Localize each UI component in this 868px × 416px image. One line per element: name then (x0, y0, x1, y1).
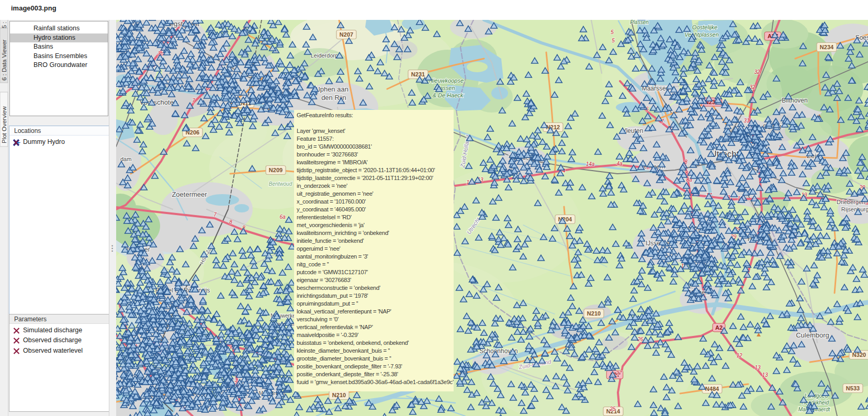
svg-text:Culemborg: Culemborg (796, 331, 829, 339)
svg-text:Nieuwkoopse: Nieuwkoopse (429, 77, 464, 84)
svg-text:25: 25 (609, 406, 616, 412)
svg-text:6a: 6a (279, 214, 286, 220)
svg-text:N210: N210 (587, 310, 601, 317)
svg-text:dam: dam (120, 156, 131, 162)
svg-text:N207: N207 (340, 31, 353, 38)
svg-text:N231: N231 (411, 71, 425, 77)
svg-text:Plot Overview: Plot Overview (1, 106, 7, 143)
svg-text:7: 7 (192, 98, 195, 104)
svg-text:Rijsenburg: Rijsenburg (841, 206, 868, 212)
svg-text:5 : F: 5 : F (1, 20, 7, 28)
svg-text:13: 13 (762, 372, 768, 378)
svg-text:32: 32 (754, 69, 760, 75)
svg-text:N210: N210 (332, 392, 346, 398)
svg-text:N209: N209 (269, 167, 283, 173)
svg-text:7: 7 (213, 212, 217, 218)
svg-text:Vechtplassen: Vechtplassen (684, 31, 719, 38)
svg-text:N212: N212 (546, 124, 560, 130)
svg-text:8: 8 (229, 219, 232, 225)
svg-text:5: 5 (612, 38, 615, 43)
svg-text:Plassen: Plassen (630, 20, 649, 25)
svg-text:Leiderdorp: Leiderdorp (311, 52, 339, 59)
svg-text:12: 12 (736, 353, 742, 358)
svg-text:N533: N533 (846, 385, 860, 391)
svg-text:Alphen aan: Alphen aan (314, 85, 348, 93)
svg-text:5: 5 (611, 29, 614, 35)
svg-text:N484: N484 (705, 386, 719, 392)
svg-text:13: 13 (754, 365, 761, 370)
svg-text:14a: 14a (586, 161, 595, 167)
svg-text:A2: A2 (715, 324, 723, 331)
svg-text:Oostelijke: Oostelijke (692, 24, 717, 30)
svg-text:N234: N234 (820, 44, 834, 50)
svg-text:Zoetermeer: Zoetermeer (172, 190, 207, 198)
svg-text:6 : Data Viewer: 6 : Data Viewer (1, 39, 7, 81)
svg-text:27: 27 (615, 370, 622, 376)
svg-text:31: 31 (743, 118, 749, 123)
svg-text:4a: 4a (616, 161, 623, 166)
svg-text:Bentwoud: Bentwoud (269, 181, 292, 187)
svg-text:& De Haeck: & De Haeck (433, 92, 464, 98)
